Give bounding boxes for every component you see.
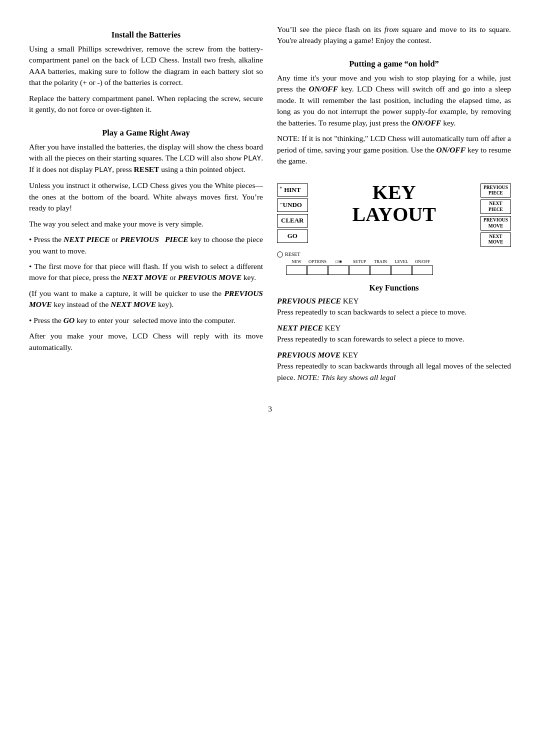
page-number: 3 — [29, 404, 511, 414]
bullet-3: (If you want to make a capture, it will … — [29, 288, 263, 310]
level-key[interactable] — [391, 266, 412, 275]
bottom-keys-row: RESET NEW OPTIONS □/■ — [277, 251, 511, 275]
previous-piece-key[interactable]: PREVIOUSPIECE — [480, 184, 511, 198]
key-layout-title-block: KEY LAYOUT — [308, 182, 480, 226]
bullet-5: After you make your move, LCD Chess will… — [29, 330, 263, 353]
go-key[interactable]: GO — [277, 230, 308, 243]
left-column: Install the Batteries Using a small Phil… — [29, 24, 263, 390]
right-keys-group: PREVIOUSPIECE NEXTPIECE PREVIOUSMOVE NEX… — [480, 184, 511, 247]
on-hold-section: Putting a game “on hold” Any time it's y… — [277, 53, 511, 172]
next-piece-entry: NEXT PIECE KEY Press repeatedly to scan … — [277, 322, 511, 345]
board-key[interactable] — [328, 266, 349, 275]
previous-move-entry-title: PREVIOUS MOVE KEY — [277, 350, 511, 360]
bottom-label-setup: SETUP — [353, 258, 366, 264]
bottom-label-options: OPTIONS — [308, 258, 326, 264]
clear-key[interactable]: CLEAR — [277, 214, 308, 228]
install-batteries-p2: Replace the battery compartment panel. W… — [29, 93, 263, 116]
previous-move-entry: PREVIOUS MOVE KEY Press repeatedly to sc… — [277, 350, 511, 383]
bullet-2: • The first move for that piece will fla… — [29, 261, 263, 284]
next-move-key[interactable]: NEXTMOVE — [480, 232, 511, 247]
options-key[interactable] — [307, 266, 328, 275]
reply-section: You’ll see the piece flash on its from s… — [277, 24, 511, 51]
install-batteries-section: Install the Batteries Using a small Phil… — [29, 24, 263, 120]
bottom-label-train: TRAIN — [374, 258, 387, 264]
key-layout-inner: + HINT − UNDO CLEAR GO KEY LAYOUT — [277, 180, 511, 249]
on-hold-heading: Putting a game “on hold” — [277, 58, 511, 70]
bottom-label-board: □/■ — [336, 258, 342, 264]
next-piece-key[interactable]: NEXTPIECE — [480, 200, 511, 214]
play-game-p2: Unless you instruct it otherwise, LCD Ch… — [29, 180, 263, 214]
previous-move-key[interactable]: PREVIOUSMOVE — [480, 216, 511, 230]
on-hold-p2: NOTE: If it is not "thinking," LCD Chess… — [277, 133, 511, 166]
reset-circle[interactable] — [277, 252, 283, 258]
play-game-p1: After you have installed the batteries, … — [29, 142, 263, 176]
play-game-heading: Play a Game Right Away — [29, 127, 263, 139]
bullet-4: • Press the GO key to enter your selecte… — [29, 315, 263, 326]
next-piece-desc: Press repeatedly to scan forewards to se… — [277, 334, 511, 344]
play-game-p3: The way you select and make your move is… — [29, 218, 263, 230]
hint-key[interactable]: + HINT — [277, 184, 308, 197]
setup-key[interactable] — [349, 266, 370, 275]
install-batteries-heading: Install the Batteries — [29, 29, 263, 41]
previous-piece-entry-title: PREVIOUS PIECE KEY — [277, 296, 511, 306]
install-batteries-p1: Using a small Phillips screwdriver, remo… — [29, 44, 263, 88]
previous-piece-entry: PREVIOUS PIECE KEY Press repeatedly to s… — [277, 296, 511, 318]
bottom-label-onoff: ON/OFF — [415, 258, 430, 264]
train-key[interactable] — [370, 266, 391, 275]
bottom-label-new: NEW — [292, 258, 301, 264]
bottom-label-level: LEVEL — [395, 258, 408, 264]
key-layout-title-text: KEY LAYOUT — [352, 182, 436, 226]
right-column: You’ll see the piece flash on its from s… — [277, 24, 511, 390]
page-content: Install the Batteries Using a small Phil… — [29, 24, 511, 415]
key-layout-diagram: + HINT − UNDO CLEAR GO KEY LAYOUT — [277, 180, 511, 275]
left-keys-group: + HINT − UNDO CLEAR GO — [277, 184, 308, 243]
reset-label: RESET — [285, 251, 300, 258]
onoff-key[interactable] — [412, 266, 433, 275]
on-hold-p1: Any time it's your move and you wish to … — [277, 72, 511, 128]
reply-p1: You’ll see the piece flash on its from s… — [277, 24, 511, 46]
play-game-section: Play a Game Right Away After you have in… — [29, 122, 263, 358]
previous-piece-desc: Press repeatedly to scan backwards to se… — [277, 306, 511, 318]
new-key[interactable] — [286, 266, 307, 275]
previous-move-desc: Press repeatedly to scan backwards throu… — [277, 360, 511, 383]
undo-key[interactable]: − UNDO — [277, 198, 308, 212]
key-functions-section: Key Functions PREVIOUS PIECE KEY Press r… — [277, 279, 511, 388]
key-functions-title: Key Functions — [277, 282, 511, 294]
next-piece-entry-title: NEXT PIECE KEY — [277, 322, 511, 334]
bullet-1: • Press the NEXT PIECE or PREVI­OUS PIEC… — [29, 234, 263, 256]
